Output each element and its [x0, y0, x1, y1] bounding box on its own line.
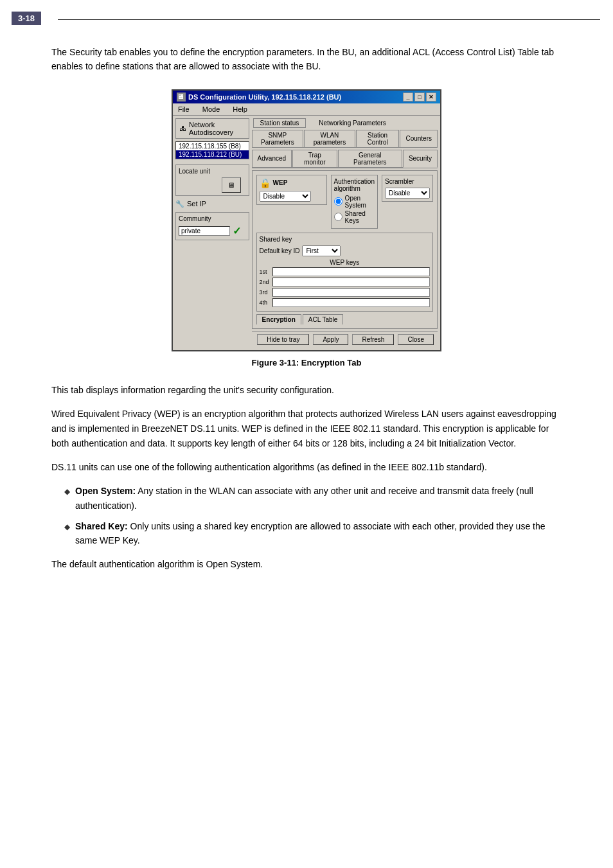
bullet-desc-1: Any station in the WLAN can associate wi…	[75, 486, 533, 510]
refresh-button[interactable]: Refresh	[352, 334, 394, 345]
wep-keys-table: 1st 2nd 3rd	[260, 267, 430, 307]
minimize-button[interactable]: _	[403, 93, 413, 102]
bullet-text-1: Open System: Any station in the WLAN can…	[75, 484, 562, 513]
menu-bar: File Mode Help	[173, 103, 440, 116]
page-divider	[58, 19, 600, 20]
wep-key-label-2: 2nd	[260, 279, 271, 285]
locate-icon-glyph: 🖥	[227, 181, 235, 189]
set-ip-icon: 🔧	[175, 200, 184, 208]
bullet-term-1: Open System:	[75, 486, 136, 496]
wep-key-input-3[interactable]	[272, 288, 430, 297]
bullet-diamond-2: ◆	[64, 521, 70, 548]
tab-security[interactable]: Security	[403, 150, 438, 168]
app-icon: 🖥	[177, 93, 186, 102]
tab-advanced[interactable]: Advanced	[252, 150, 292, 167]
networking-params-label: Networking Parameters	[319, 120, 386, 127]
auth-open-label: Open System	[345, 195, 375, 209]
auth-title: Authentication algorithm	[334, 178, 375, 192]
restore-button[interactable]: □	[414, 93, 425, 102]
tab-acl-table[interactable]: ACL Table	[303, 314, 344, 324]
paragraph-2: Wired Equivalent Privacy (WEP) is an enc…	[51, 407, 562, 451]
scrambler-section: Scrambler Disable Enable	[382, 175, 433, 202]
wep-select[interactable]: Disable Enable	[260, 191, 311, 202]
page-number: 3-18	[12, 12, 41, 25]
bullet-desc-2: Only units using a shared key encryption…	[75, 521, 546, 545]
bullet-diamond-1: ◆	[64, 486, 70, 513]
dialog-titlebar: 🖥 DS Configuration Utility, 192.115.118.…	[173, 91, 440, 103]
wep-key-input-1[interactable]	[272, 267, 430, 276]
wep-label: WEP	[273, 179, 288, 186]
dialog-title: DS Configuration Utility, 192.115.118.21…	[188, 93, 341, 101]
bullet-text-2: Shared Key: Only units using a shared ke…	[75, 519, 562, 548]
bottom-tabs: Encryption ACL Table	[256, 314, 433, 324]
wep-key-row-2: 2nd	[260, 278, 430, 287]
tab-counters[interactable]: Counters	[400, 130, 438, 147]
bullet-item-open-system: ◆ Open System: Any station in the WLAN c…	[64, 484, 562, 513]
auth-open-radio[interactable]	[334, 197, 342, 206]
set-ip-label: Set IP	[187, 200, 206, 208]
auth-section: Authentication algorithm Open System Sha…	[331, 175, 378, 229]
station-status-label: Station status	[253, 118, 306, 128]
ip-item-1[interactable]: 192.115.118.212 (BU)	[176, 150, 249, 159]
window-controls[interactable]: _ □ ✕	[403, 93, 436, 102]
scrambler-label: Scrambler	[385, 178, 430, 185]
bullet-item-shared-key: ◆ Shared Key: Only units using a shared …	[64, 519, 562, 548]
close-button[interactable]: ✕	[426, 93, 436, 102]
network-icon: 🖧	[179, 125, 186, 132]
paragraph-1: This tab displays information regarding …	[51, 383, 562, 398]
wep-key-row-3: 3rd	[260, 288, 430, 297]
wep-key-row-4: 4th	[260, 298, 430, 307]
community-label: Community	[179, 215, 246, 222]
bullet-list: ◆ Open System: Any station in the WLAN c…	[64, 484, 562, 548]
menu-help[interactable]: Help	[230, 105, 250, 114]
locate-unit-label: Locate unit	[179, 168, 246, 175]
scrambler-select[interactable]: Disable Enable	[385, 188, 430, 199]
tabs-row2: SNMP Parameters WLAN parameters Station …	[252, 130, 438, 148]
tab-wlan-parameters[interactable]: WLAN parameters	[304, 130, 355, 147]
dialog-window: 🖥 DS Configuration Utility, 192.115.118.…	[172, 89, 441, 351]
paragraph-3: DS.11 units can use one of the following…	[51, 460, 562, 475]
apply-button[interactable]: Apply	[313, 334, 348, 345]
wep-key-input-4[interactable]	[272, 298, 430, 307]
dialog-body: 🖧 Network Autodiscovery 192.115.118.155 …	[173, 116, 440, 350]
conclusion-text: The default authentication algorithm is …	[51, 557, 562, 572]
ip-item-0[interactable]: 192.115.118.155 (B8)	[176, 142, 249, 150]
wep-section: 🔒 WEP Disable Enable	[256, 175, 327, 205]
shared-key-section: Shared key Default key ID First Second T…	[256, 233, 433, 312]
locate-unit-box: Locate unit 🖥	[175, 164, 249, 196]
auth-shared-radio[interactable]	[334, 213, 342, 221]
dialog-footer: Hide to tray Apply Refresh Close	[252, 331, 438, 348]
ip-list: 192.115.118.155 (B8) 192.115.118.212 (BU…	[175, 141, 249, 159]
wep-key-row-1: 1st	[260, 267, 430, 276]
figure-caption: Figure 3-11: Encryption Tab	[51, 358, 562, 368]
close-button-footer[interactable]: Close	[398, 334, 434, 345]
lock-icon: 🔒	[260, 178, 271, 188]
security-content: 🔒 WEP Disable Enable Authentication algo…	[252, 170, 438, 329]
menu-mode[interactable]: Mode	[200, 105, 223, 114]
wep-keys-title: WEP keys	[260, 259, 430, 266]
wep-key-label-4: 4th	[260, 299, 271, 306]
default-key-select[interactable]: First Second Third Fourth	[302, 245, 341, 256]
community-box: Community ✓	[175, 212, 249, 240]
shared-key-label: Shared key	[260, 236, 430, 243]
tab-station-control[interactable]: Station Control	[356, 130, 400, 147]
auth-shared-label: Shared Keys	[345, 210, 375, 224]
intro-text: The Security tab enables you to define t…	[51, 45, 562, 74]
left-panel: 🖧 Network Autodiscovery 192.115.118.155 …	[175, 118, 249, 348]
locate-icon-button[interactable]: 🖥	[222, 177, 241, 193]
community-confirm-button[interactable]: ✓	[233, 225, 241, 237]
tab-encryption[interactable]: Encryption	[256, 314, 301, 324]
tab-general-parameters[interactable]: General Parameters	[338, 150, 402, 167]
tab-snmp-parameters[interactable]: SNMP Parameters	[252, 130, 303, 147]
tabs-row3: Advanced Trap monitor General Parameters…	[252, 150, 438, 168]
network-autodiscovery-button[interactable]: 🖧 Network Autodiscovery	[175, 118, 249, 139]
community-input[interactable]	[179, 226, 230, 236]
menu-file[interactable]: File	[175, 105, 192, 114]
wep-key-label-1: 1st	[260, 269, 271, 275]
default-key-id-label: Default key ID	[260, 247, 300, 254]
wep-key-input-2[interactable]	[272, 278, 430, 287]
hide-to-tray-button[interactable]: Hide to tray	[257, 334, 309, 345]
autodiscovery-label: Network Autodiscovery	[189, 121, 245, 136]
tab-trap-monitor[interactable]: Trap monitor	[292, 150, 337, 167]
set-ip-area[interactable]: 🔧 Set IP	[175, 199, 249, 209]
